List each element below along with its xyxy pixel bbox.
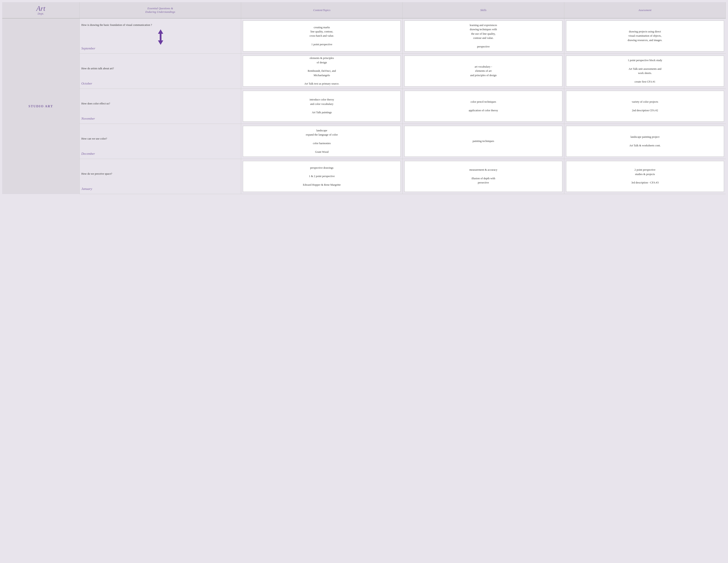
january-month-label: January: [81, 187, 240, 191]
november-essential-q-cell: How does color effect us? November: [79, 89, 241, 124]
dept-label: Dept.: [4, 12, 78, 15]
january-skills-box: measurement & accuracy illusion of depth…: [404, 161, 562, 192]
october-month-label: October: [81, 82, 240, 85]
svg-marker-2: [158, 40, 163, 45]
september-month-label: September: [81, 47, 95, 50]
november-assessment-cell: variety of color projects 2nd descriptio…: [564, 89, 726, 124]
september-assessment-cell: drawing projects using direct visual exa…: [564, 18, 726, 54]
september-skills-cell: learning and expreiences drawing techniq…: [403, 18, 564, 54]
december-essential-q-text: How can we use color?: [81, 137, 240, 141]
table-row: How do we preceive space? January perspe…: [2, 159, 726, 194]
october-assessment-cell: 1 point perspective block study Art Talk…: [564, 54, 726, 89]
header-content: Content/Topics: [241, 2, 403, 18]
december-month-label: December: [81, 152, 240, 156]
header-essential-q: Essential Questions & Enduring Understan…: [79, 2, 241, 18]
september-content-box: creating marks line quality, contour, cr…: [243, 21, 401, 51]
december-assessment-box: landscape painting project Art Talk & wo…: [566, 126, 724, 157]
table-row: How can we use color? December landscape…: [2, 124, 726, 159]
october-content-cell: elements & principles of design Rembrand…: [241, 54, 403, 89]
november-skills-box: color pencil techniques application of c…: [404, 91, 562, 122]
january-essential-q-text: How do we preceive space?: [81, 172, 240, 176]
november-skills-cell: color pencil techniques application of c…: [403, 89, 564, 124]
december-essential-q-cell: How can we use color? December: [79, 124, 241, 159]
svg-marker-0: [158, 29, 163, 34]
studio-art-label-cell: STUDIO ART: [2, 18, 79, 194]
header-skills: Skills: [403, 2, 564, 18]
january-assessment-cell: 2 point perspective studies & projects 3…: [564, 159, 726, 194]
november-content-cell: introduce color theroy and color vocabul…: [241, 89, 403, 124]
table-row: How does color effect us? November intro…: [2, 89, 726, 124]
arrows-icon: [156, 29, 165, 45]
january-content-cell: perspective drawings 1 & 2 point perspec…: [241, 159, 403, 194]
december-content-cell: landscape expand the language of color c…: [241, 124, 403, 159]
table-row: How do artists talk about art? October e…: [2, 54, 726, 89]
december-assessment-cell: landscape painting project Art Talk & wo…: [564, 124, 726, 159]
december-content-box: landscape expand the language of color c…: [243, 126, 401, 157]
december-skills-box: painting techniques: [404, 126, 562, 157]
september-essential-q-cell: How is drawing the basic foundation of v…: [79, 18, 241, 54]
december-skills-cell: painting techniques: [403, 124, 564, 159]
table-header-row: Art Dept. Essential Questions & Enduring…: [2, 2, 726, 18]
page-wrapper: Art Dept. Essential Questions & Enduring…: [0, 0, 728, 563]
september-skills-box: learning and expreiences drawing techniq…: [404, 21, 562, 51]
january-skills-cell: measurement & accuracy illusion of depth…: [403, 159, 564, 194]
september-content-cell: creating marks line quality, contour, cr…: [241, 18, 403, 54]
january-content-box: perspective drawings 1 & 2 point perspec…: [243, 161, 401, 192]
november-content-box: introduce color theroy and color vocabul…: [243, 91, 401, 122]
september-essential-q-text: How is drawing the basic foundation of v…: [81, 23, 152, 27]
january-assessment-box: 2 point perspective studies & projects 3…: [566, 161, 724, 192]
november-month-label: November: [81, 117, 240, 120]
art-dept-cell: Art Dept.: [2, 2, 79, 18]
october-content-box: elements & principles of design Rembrand…: [243, 56, 401, 86]
october-essential-q-text: How do artists talk about art?: [81, 66, 240, 71]
october-skills-box: art vocabulary - elements of art and pri…: [404, 56, 562, 86]
october-assessment-box: 1 point perspective block study Art Talk…: [566, 56, 724, 86]
november-essential-q-text: How does color effect us?: [81, 102, 240, 106]
table-row: STUDIO ART How is drawing the basic foun…: [2, 18, 726, 54]
art-title: Art: [4, 5, 78, 12]
september-assessment-box: drawing projects using direct visual exa…: [566, 21, 724, 51]
curriculum-table: Art Dept. Essential Questions & Enduring…: [2, 2, 726, 194]
svg-rect-3: [160, 34, 161, 40]
october-skills-cell: art vocabulary - elements of art and pri…: [403, 54, 564, 89]
studio-art-label: STUDIO ART: [4, 104, 78, 108]
november-assessment-box: variety of color projects 2nd descriptio…: [566, 91, 724, 122]
january-essential-q-cell: How do we preceive space? January: [79, 159, 241, 194]
october-essential-q-cell: How do artists talk about art? October: [79, 54, 241, 89]
header-assessment: Assessment: [564, 2, 726, 18]
